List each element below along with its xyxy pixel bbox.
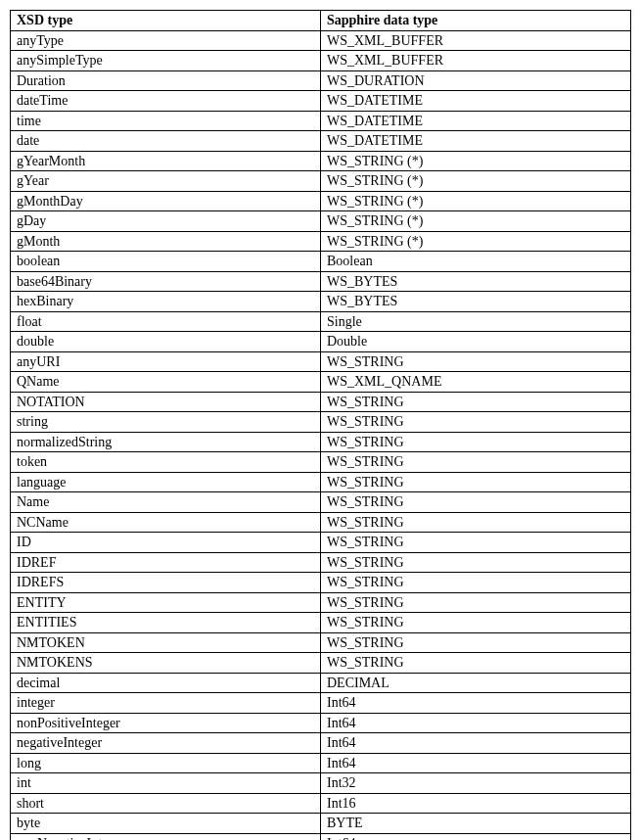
table-row: doubleDouble (11, 332, 631, 352)
cell-sapphire-type: WS_STRING (321, 492, 631, 513)
cell-xsd-type: ID (11, 533, 321, 553)
cell-xsd-type: gMonth (11, 231, 321, 252)
cell-xsd-type: token (11, 452, 321, 473)
cell-xsd-type: gYearMonth (11, 151, 321, 171)
table-row: NOTATIONWS_STRING (11, 392, 631, 412)
cell-sapphire-type: BYTE (321, 814, 631, 834)
table-row: normalizedStringWS_STRING (11, 432, 631, 452)
cell-xsd-type: base64Binary (11, 271, 321, 292)
cell-sapphire-type: WS_BYTES (321, 271, 631, 292)
table-row: IDWS_STRING (11, 533, 631, 553)
header-xsd-type: XSD type (11, 11, 321, 31)
table-header-row: XSD type Sapphire data type (11, 11, 631, 31)
cell-xsd-type: gMonthDay (11, 191, 321, 211)
table-row: anySimpleTypeWS_XML_BUFFER (11, 51, 631, 71)
table-row: byteBYTE (11, 814, 631, 834)
cell-xsd-type: boolean (11, 252, 321, 272)
cell-sapphire-type: WS_STRING (321, 512, 631, 533)
cell-xsd-type: language (11, 472, 321, 492)
table-row: anyURIWS_STRING (11, 351, 631, 372)
cell-xsd-type: NMTOKENS (11, 653, 321, 674)
cell-xsd-type: decimal (11, 673, 321, 693)
table-row: IDREFWS_STRING (11, 552, 631, 573)
cell-sapphire-type: WS_DATETIME (321, 111, 631, 131)
table-row: longInt64 (11, 753, 631, 773)
table-row: gYearWS_STRING (*) (11, 171, 631, 192)
table-row: gDayWS_STRING (*) (11, 211, 631, 232)
table-row: dateTimeWS_DATETIME (11, 91, 631, 112)
cell-xsd-type: anyType (11, 30, 321, 51)
cell-sapphire-type: WS_STRING (321, 432, 631, 452)
cell-xsd-type: Duration (11, 70, 321, 91)
cell-xsd-type: anySimpleType (11, 51, 321, 71)
table-row: stringWS_STRING (11, 412, 631, 433)
table-row: languageWS_STRING (11, 472, 631, 492)
cell-xsd-type: NOTATION (11, 392, 321, 412)
cell-sapphire-type: WS_DURATION (321, 70, 631, 91)
cell-sapphire-type: WS_XML_QNAME (321, 372, 631, 393)
table-row: gYearMonthWS_STRING (*) (11, 151, 631, 171)
table-row: decimalDECIMAL (11, 673, 631, 693)
table-row: NameWS_STRING (11, 492, 631, 513)
cell-sapphire-type: WS_STRING (321, 472, 631, 492)
cell-sapphire-type: WS_DATETIME (321, 91, 631, 112)
cell-xsd-type: double (11, 332, 321, 352)
cell-xsd-type: string (11, 412, 321, 433)
cell-xsd-type: int (11, 773, 321, 794)
table-row: base64BinaryWS_BYTES (11, 271, 631, 292)
cell-sapphire-type: WS_STRING (*) (321, 231, 631, 252)
cell-sapphire-type: Int64 (321, 753, 631, 773)
type-mapping-table: XSD type Sapphire data type anyTypeWS_XM… (10, 10, 631, 840)
table-row: gMonthWS_STRING (*) (11, 231, 631, 252)
table-row: NMTOKENSWS_STRING (11, 653, 631, 674)
cell-xsd-type: date (11, 131, 321, 152)
cell-sapphire-type: Int64 (321, 693, 631, 714)
cell-sapphire-type: WS_STRING (*) (321, 191, 631, 211)
table-row: nonPositiveIntegerInt64 (11, 713, 631, 733)
cell-xsd-type: QName (11, 372, 321, 393)
table-row: gMonthDayWS_STRING (*) (11, 191, 631, 211)
cell-sapphire-type: WS_STRING (*) (321, 211, 631, 232)
cell-sapphire-type: WS_STRING (321, 573, 631, 593)
table-row: intInt32 (11, 773, 631, 794)
cell-xsd-type: anyURI (11, 351, 321, 372)
table-row: ENTITIESWS_STRING (11, 613, 631, 633)
cell-sapphire-type: WS_STRING (321, 632, 631, 653)
cell-xsd-type: gYear (11, 171, 321, 192)
table-row: shortInt16 (11, 793, 631, 814)
cell-sapphire-type: WS_XML_BUFFER (321, 30, 631, 51)
table-row: QNameWS_XML_QNAME (11, 372, 631, 393)
cell-xsd-type: long (11, 753, 321, 773)
table-row: NMTOKENWS_STRING (11, 632, 631, 653)
cell-xsd-type: Name (11, 492, 321, 513)
cell-sapphire-type: WS_BYTES (321, 292, 631, 312)
cell-xsd-type: NMTOKEN (11, 632, 321, 653)
cell-sapphire-type: WS_STRING (321, 592, 631, 613)
cell-sapphire-type: WS_XML_BUFFER (321, 51, 631, 71)
cell-sapphire-type: WS_STRING (*) (321, 171, 631, 192)
cell-xsd-type: hexBinary (11, 292, 321, 312)
cell-sapphire-type: WS_STRING (321, 392, 631, 412)
cell-sapphire-type: Boolean (321, 252, 631, 272)
cell-sapphire-type: WS_DATETIME (321, 131, 631, 152)
cell-sapphire-type: Int16 (321, 793, 631, 814)
table-row: negativeIntegerInt64 (11, 733, 631, 754)
cell-sapphire-type: WS_STRING (321, 613, 631, 633)
cell-sapphire-type: WS_STRING (*) (321, 151, 631, 171)
cell-xsd-type: IDREF (11, 552, 321, 573)
cell-xsd-type: NCName (11, 512, 321, 533)
cell-xsd-type: negativeInteger (11, 733, 321, 754)
table-row: DurationWS_DURATION (11, 70, 631, 91)
table-row: NCNameWS_STRING (11, 512, 631, 533)
cell-xsd-type: ENTITIES (11, 613, 321, 633)
table-row: integerInt64 (11, 693, 631, 714)
cell-sapphire-type: WS_STRING (321, 552, 631, 573)
cell-sapphire-type: WS_STRING (321, 351, 631, 372)
cell-xsd-type: nonPositiveInteger (11, 713, 321, 733)
cell-sapphire-type: Int64 (321, 713, 631, 733)
cell-xsd-type: short (11, 793, 321, 814)
cell-xsd-type: float (11, 311, 321, 332)
table-row: booleanBoolean (11, 252, 631, 272)
cell-sapphire-type: WS_STRING (321, 653, 631, 674)
cell-xsd-type: gDay (11, 211, 321, 232)
